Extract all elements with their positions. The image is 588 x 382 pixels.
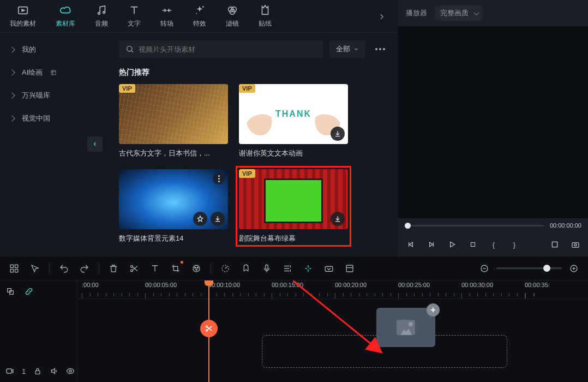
download-button[interactable]	[331, 127, 345, 141]
zoom-out-button[interactable]	[478, 262, 491, 275]
favorite-button[interactable]	[193, 212, 207, 226]
media-card[interactable]: VIP 剧院舞台幕布绿幕	[239, 169, 348, 243]
undo-button[interactable]	[57, 262, 70, 275]
media-panel: 我的素材 素材库 音频 文字 转场 特效 滤镜 贴纸 › 我的 AI绘画 万兴喵…	[0, 0, 398, 256]
svg-point-22	[195, 267, 196, 268]
crop-button[interactable]	[549, 238, 561, 250]
layers-button[interactable]	[5, 286, 15, 296]
zoom-in-button[interactable]	[567, 262, 580, 275]
color-tool-button[interactable]	[190, 262, 203, 275]
sidebar-collapse-button[interactable]	[87, 136, 103, 152]
drag-preview[interactable]: +	[376, 308, 435, 347]
sidebar-item-mine[interactable]: 我的	[0, 38, 109, 61]
tabs-more-button[interactable]: ›	[375, 10, 388, 23]
svg-rect-16	[15, 265, 18, 267]
audio-tool-button[interactable]	[281, 262, 294, 275]
sidebar-item-wxmiao[interactable]: 万兴喵库	[0, 84, 109, 107]
media-card[interactable]: VIP 古代东方文字，日本书信，...	[119, 84, 228, 158]
prev-frame-button[interactable]	[405, 238, 417, 250]
svg-point-3	[103, 11, 105, 14]
more-options-button[interactable]	[372, 48, 388, 50]
snap-button[interactable]	[302, 262, 315, 275]
redo-button[interactable]	[78, 262, 91, 275]
svg-point-2	[98, 13, 100, 15]
selection-tool-button[interactable]	[28, 262, 41, 275]
mark-out-button[interactable]: }	[508, 238, 520, 250]
vip-badge: VIP	[119, 84, 135, 93]
music-icon	[95, 4, 108, 17]
track-count: 1	[22, 367, 26, 375]
player-viewport[interactable]	[398, 26, 588, 218]
tab-stock-media[interactable]: 素材库	[56, 4, 75, 28]
search-input[interactable]	[119, 40, 323, 58]
svg-rect-34	[35, 371, 40, 374]
zoom-slider[interactable]	[496, 267, 562, 269]
chain-button[interactable]	[24, 286, 34, 296]
chevron-right-icon	[9, 115, 15, 121]
text-tool-button[interactable]	[148, 262, 161, 275]
zoom-control	[478, 262, 580, 275]
svg-point-14	[574, 244, 577, 246]
svg-rect-9	[51, 70, 56, 75]
lock-button[interactable]	[33, 366, 42, 376]
media-card[interactable]: VIP THANK 谢谢你英文文本动画	[239, 84, 348, 158]
video-track-icon[interactable]	[5, 366, 14, 376]
vip-badge: VIP	[239, 169, 255, 178]
crop-tool-button[interactable]	[169, 262, 182, 275]
sidebar-item-vcg[interactable]: 视觉中国	[0, 107, 109, 130]
cut-button[interactable]	[200, 320, 218, 337]
card-menu-button[interactable]	[213, 172, 225, 184]
player-progress[interactable]: 00:00:00:00	[398, 218, 588, 232]
image-icon	[397, 320, 415, 335]
svg-rect-13	[572, 243, 579, 248]
svg-rect-26	[266, 265, 268, 269]
player-time: 00:00:00:00	[550, 222, 581, 229]
tab-filters[interactable]: 滤镜	[226, 4, 239, 28]
player-label: 播放器	[406, 8, 427, 18]
delete-button[interactable]	[107, 262, 120, 275]
tab-effects[interactable]: 特效	[193, 4, 206, 28]
tab-text[interactable]: 文字	[128, 4, 141, 28]
transition-icon	[160, 4, 173, 17]
stop-button[interactable]	[467, 238, 479, 250]
tab-my-media[interactable]: 我的素材	[10, 4, 36, 28]
filter-dropdown[interactable]: 全部	[329, 40, 365, 58]
quality-dropdown[interactable]: 完整画质	[435, 5, 483, 21]
timeline-ruler[interactable]: :00:00 00:00:05:00 00:00:10:00 00:00:15:…	[77, 280, 588, 299]
mark-in-button[interactable]: {	[488, 238, 500, 250]
svg-point-24	[196, 269, 197, 270]
marker-button[interactable]	[239, 262, 253, 275]
next-frame-button[interactable]	[425, 238, 437, 250]
top-tabs: 我的素材 素材库 音频 文字 转场 特效 滤镜 贴纸 ›	[0, 0, 398, 33]
visibility-button[interactable]	[66, 366, 75, 376]
text-icon	[128, 4, 141, 17]
speed-button[interactable]	[219, 262, 232, 275]
mute-button[interactable]	[50, 366, 58, 376]
download-button[interactable]	[331, 212, 345, 226]
cloud-icon	[59, 4, 72, 17]
media-card[interactable]: 数字媒体背景元素14	[119, 169, 228, 243]
play-button[interactable]	[446, 238, 458, 250]
adjustment-button[interactable]	[343, 262, 356, 275]
add-icon: +	[427, 303, 440, 317]
download-button[interactable]	[211, 212, 225, 226]
chevron-right-icon	[9, 92, 15, 98]
svg-marker-1	[22, 9, 25, 11]
chevron-down-icon	[353, 46, 359, 52]
snapshot-button[interactable]	[569, 238, 581, 250]
split-button[interactable]	[128, 262, 141, 275]
playhead[interactable]	[208, 280, 209, 382]
svg-rect-11	[471, 243, 475, 247]
thumbnail: VIP	[239, 169, 348, 229]
svg-rect-17	[10, 269, 13, 272]
tab-transition[interactable]: 转场	[160, 4, 173, 28]
timeline-tracks[interactable]: :00:00 00:00:05:00 00:00:10:00 00:00:15:…	[77, 280, 588, 382]
voice-button[interactable]	[260, 262, 273, 275]
add-track-button[interactable]	[8, 262, 21, 275]
player-panel: 播放器 完整画质 00:00:00:00 { }	[398, 0, 588, 256]
tab-stickers[interactable]: 贴纸	[259, 4, 272, 28]
link-button[interactable]	[322, 262, 335, 275]
svg-rect-18	[15, 269, 18, 272]
tab-audio[interactable]: 音频	[95, 4, 108, 28]
sidebar-item-ai[interactable]: AI绘画	[0, 61, 109, 84]
